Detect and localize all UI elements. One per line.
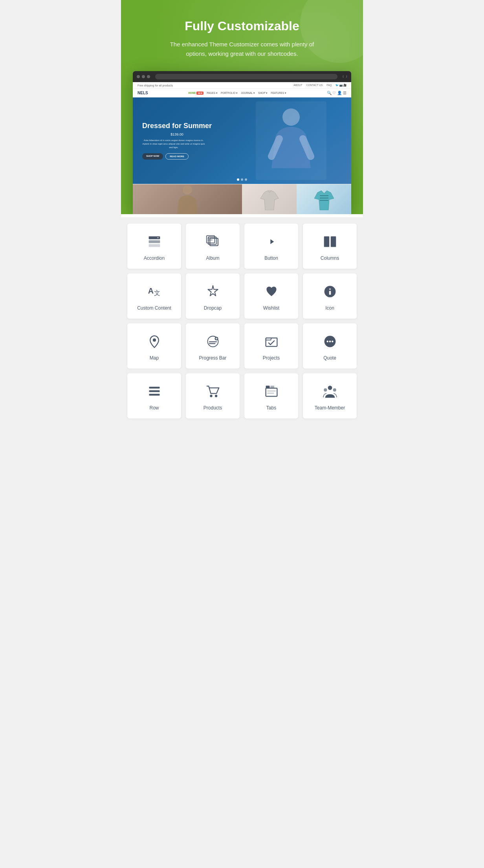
mockup-hero-figure — [231, 97, 351, 184]
icon-icon — [323, 284, 337, 301]
svg-rect-40 — [266, 388, 277, 396]
svg-point-36 — [210, 395, 212, 397]
browser-dot-green — [147, 75, 150, 78]
custom-content-icon: A 文 — [147, 284, 161, 301]
mockup-hero-slide: Dressed for Summer $139.00 Ante bibendum… — [133, 97, 351, 184]
svg-rect-33 — [149, 387, 160, 389]
team-member-label: Team-Member — [315, 405, 345, 411]
feature-card-columns[interactable]: Columns — [303, 224, 357, 269]
mockup-nav-journal: JOURNAL ▾ — [241, 92, 255, 95]
browser-mockup: ⟨⟩ Free shipping for all products ABOUT … — [133, 71, 351, 214]
feature-card-map[interactable]: Map — [127, 323, 181, 369]
mockup-read-btn: READ MORE — [165, 153, 189, 160]
progress-bar-label: Progress Bar — [199, 355, 226, 361]
svg-point-19 — [329, 288, 331, 290]
mockup-products-strip — [133, 184, 351, 214]
svg-rect-6 — [148, 240, 160, 243]
mockup-hero-title: Dressed for Summer — [142, 122, 212, 130]
svg-rect-13 — [324, 237, 329, 247]
team-member-icon — [323, 384, 337, 400]
slide-dot-2 — [241, 178, 243, 181]
svg-rect-7 — [148, 244, 160, 247]
wishlist-label: Wishlist — [263, 305, 279, 311]
mockup-nav-home: HOME NEW — [188, 92, 204, 95]
mockup-nav-bar: NELS HOME NEW PAGES ▾ PORTFOLIO ▾ JOURNA… — [133, 89, 351, 97]
quote-icon — [323, 334, 337, 351]
svg-marker-17 — [208, 286, 218, 296]
svg-point-30 — [326, 341, 328, 343]
feature-card-tabs[interactable]: Tabs — [244, 373, 298, 418]
svg-point-37 — [214, 395, 217, 397]
browser-address-bar — [155, 74, 337, 79]
row-icon — [147, 384, 161, 400]
mockup-slide-dots — [237, 178, 247, 181]
hero-person-svg — [268, 105, 315, 176]
map-icon — [147, 334, 161, 351]
mockup-hero-buttons: SHOP NOW READ MORE — [142, 153, 212, 160]
feature-card-icon[interactable]: Icon — [303, 273, 357, 319]
mockup-product-person — [133, 184, 242, 214]
accordion-label: Accordion — [144, 255, 165, 261]
feature-card-projects[interactable]: Projects — [244, 323, 298, 369]
mockup-nav-features: FEATURES ▾ — [271, 92, 286, 95]
svg-rect-20 — [329, 291, 331, 295]
white-gap — [121, 214, 363, 217]
feature-card-album[interactable]: Album — [186, 224, 240, 269]
mockup-logo: NELS — [138, 91, 148, 95]
person-silhouette-svg — [176, 184, 199, 214]
mockup-about: ABOUT — [293, 84, 302, 87]
features-grid-section: Accordion Album Button Columns A 文 Custo… — [121, 217, 363, 425]
mockup-hero-content: Dressed for Summer $139.00 Ante bibendum… — [133, 114, 221, 168]
tabs-label: Tabs — [266, 405, 276, 411]
mockup-hero-price: $139.00 — [142, 132, 212, 136]
shirt-svg — [314, 189, 334, 210]
map-label: Map — [150, 355, 159, 361]
feature-card-quote[interactable]: Quote — [303, 323, 357, 369]
feature-card-dropcap[interactable]: Dropcap — [186, 273, 240, 319]
svg-point-32 — [332, 341, 334, 343]
feature-card-products[interactable]: Products — [186, 373, 240, 418]
progress-bar-icon — [206, 334, 220, 351]
button-label: Button — [264, 255, 278, 261]
projects-label: Projects — [263, 355, 280, 361]
icon-label: Icon — [325, 305, 334, 311]
svg-rect-14 — [330, 237, 336, 247]
mockup-nav: HOME NEW PAGES ▾ PORTFOLIO ▾ JOURNAL ▾ S… — [188, 92, 286, 95]
svg-text:文: 文 — [154, 289, 160, 296]
mockup-header: Free shipping for all products ABOUT CON… — [133, 82, 351, 89]
feature-card-row[interactable]: Row — [127, 373, 181, 418]
feature-card-custom-content[interactable]: A 文 Custom Content — [127, 273, 181, 319]
browser-dot-red — [137, 75, 140, 78]
quote-label: Quote — [323, 355, 336, 361]
hoodie-svg — [260, 189, 279, 210]
products-label: Products — [204, 405, 222, 411]
svg-point-21 — [152, 338, 156, 341]
album-icon — [206, 235, 220, 251]
svg-point-31 — [329, 341, 331, 343]
svg-point-0 — [282, 108, 300, 126]
feature-card-team-member[interactable]: Team-Member — [303, 373, 357, 418]
mockup-nav-pages: PAGES ▾ — [207, 92, 218, 95]
feature-card-wishlist[interactable]: Wishlist — [244, 273, 298, 319]
svg-rect-28 — [266, 338, 277, 347]
mockup-nav-portfolio: PORTFOLIO ▾ — [221, 92, 238, 95]
feature-card-progress-bar[interactable]: Progress Bar — [186, 323, 240, 369]
svg-rect-35 — [149, 394, 160, 396]
button-icon — [264, 235, 279, 251]
browser-bar: ⟨⟩ — [133, 71, 351, 82]
svg-rect-34 — [149, 390, 160, 392]
hero-title: Fully Customizable — [137, 19, 347, 33]
feature-card-button[interactable]: Button — [244, 224, 298, 269]
browser-dot-yellow — [142, 75, 145, 78]
hero-section: Fully Customizable The enhanced Theme Cu… — [121, 0, 363, 214]
row-label: Row — [149, 405, 159, 411]
feature-card-accordion[interactable]: Accordion — [127, 224, 181, 269]
svg-point-44 — [324, 388, 327, 391]
slide-dot-3 — [245, 178, 247, 181]
mockup-hero-desc: Ante bibendum id in socis augue donec ma… — [142, 139, 205, 149]
columns-label: Columns — [321, 255, 339, 261]
svg-point-43 — [328, 386, 332, 390]
custom-content-label: Custom Content — [137, 305, 171, 311]
mockup-icons: 🔍 ♡ 👤 ☰ — [327, 91, 346, 95]
svg-point-1 — [183, 185, 192, 195]
